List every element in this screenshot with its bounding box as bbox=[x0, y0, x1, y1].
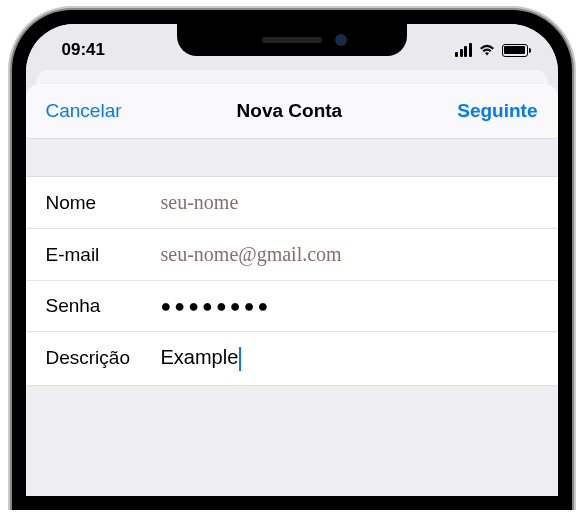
name-field[interactable]: seu-nome bbox=[161, 191, 538, 214]
status-time: 09:41 bbox=[62, 40, 105, 60]
cancel-button[interactable]: Cancelar bbox=[46, 100, 122, 122]
account-form: Nome seu-nome E-mail seu-nome@gmail.com … bbox=[26, 177, 558, 386]
description-label: Descrição bbox=[46, 347, 161, 369]
phone-frame: 09:41 Cancelar Nova Conta bbox=[12, 10, 572, 510]
phone-screen: 09:41 Cancelar Nova Conta bbox=[26, 24, 558, 496]
status-icons bbox=[455, 43, 528, 57]
email-label: E-mail bbox=[46, 244, 161, 266]
form-row-email[interactable]: E-mail seu-nome@gmail.com bbox=[26, 229, 558, 281]
notch bbox=[177, 24, 407, 56]
bottom-spacer bbox=[26, 386, 558, 496]
wifi-icon bbox=[478, 43, 496, 57]
form-row-name[interactable]: Nome seu-nome bbox=[26, 177, 558, 229]
form-row-password[interactable]: Senha ●●●●●●●● bbox=[26, 281, 558, 332]
modal-title: Nova Conta bbox=[237, 100, 343, 122]
speaker bbox=[262, 37, 322, 43]
password-field[interactable]: ●●●●●●●● bbox=[161, 296, 538, 317]
password-label: Senha bbox=[46, 295, 161, 317]
battery-icon bbox=[502, 44, 528, 57]
background-card bbox=[36, 70, 548, 84]
nav-bar: Cancelar Nova Conta Seguinte bbox=[26, 84, 558, 139]
new-account-modal: Cancelar Nova Conta Seguinte Nome seu-no… bbox=[26, 84, 558, 496]
next-button[interactable]: Seguinte bbox=[457, 100, 537, 122]
form-row-description[interactable]: Descrição Example bbox=[26, 332, 558, 386]
description-field[interactable]: Example bbox=[161, 346, 538, 371]
name-label: Nome bbox=[46, 192, 161, 214]
cellular-signal-icon bbox=[455, 43, 472, 57]
section-spacer bbox=[26, 139, 558, 177]
front-camera bbox=[335, 34, 347, 46]
description-value: Example bbox=[161, 346, 239, 368]
text-cursor bbox=[239, 347, 241, 371]
email-field[interactable]: seu-nome@gmail.com bbox=[161, 243, 538, 266]
